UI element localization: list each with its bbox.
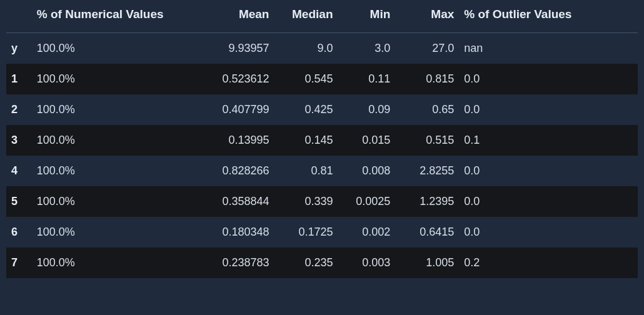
- cell-min: 0.008: [338, 156, 395, 186]
- cell-mean: 0.523612: [204, 64, 274, 94]
- header-pct-num: % of Numerical Values: [32, 0, 204, 33]
- cell-pct-num: 100.0%: [32, 125, 204, 156]
- cell-min: 0.09: [338, 94, 395, 125]
- cell-pct-outlier: 0.0: [459, 94, 638, 125]
- table-row: 2 100.0% 0.407799 0.425 0.09 0.65 0.0: [6, 94, 638, 125]
- cell-median: 0.545: [274, 64, 338, 94]
- cell-mean: 9.93957: [204, 33, 274, 64]
- cell-pct-num: 100.0%: [32, 64, 204, 94]
- cell-pct-outlier: nan: [459, 33, 638, 64]
- cell-max: 2.8255: [395, 156, 459, 186]
- header-row: % of Numerical Values Mean Median Min Ma…: [6, 0, 638, 33]
- cell-median: 0.145: [274, 125, 338, 156]
- row-header: y: [6, 33, 32, 64]
- cell-max: 0.65: [395, 94, 459, 125]
- table-row: 5 100.0% 0.358844 0.339 0.0025 1.2395 0.…: [6, 186, 638, 217]
- cell-pct-outlier: 0.2: [459, 248, 638, 278]
- cell-mean: 0.180348: [204, 217, 274, 248]
- cell-median: 0.339: [274, 186, 338, 217]
- cell-pct-num: 100.0%: [32, 217, 204, 248]
- cell-pct-outlier: 0.0: [459, 186, 638, 217]
- cell-pct-num: 100.0%: [32, 186, 204, 217]
- table-row: y 100.0% 9.93957 9.0 3.0 27.0 nan: [6, 33, 638, 64]
- row-header: 1: [6, 64, 32, 94]
- cell-max: 0.6415: [395, 217, 459, 248]
- header-pct-outlier: % of Outlier Values: [459, 0, 638, 33]
- cell-mean: 0.358844: [204, 186, 274, 217]
- cell-mean: 0.13995: [204, 125, 274, 156]
- cell-pct-outlier: 0.0: [459, 64, 638, 94]
- cell-max: 1.005: [395, 248, 459, 278]
- row-header: 7: [6, 248, 32, 278]
- table-row: 1 100.0% 0.523612 0.545 0.11 0.815 0.0: [6, 64, 638, 94]
- cell-max: 0.815: [395, 64, 459, 94]
- cell-median: 0.1725: [274, 217, 338, 248]
- table-row: 6 100.0% 0.180348 0.1725 0.002 0.6415 0.…: [6, 217, 638, 248]
- cell-min: 0.002: [338, 217, 395, 248]
- row-header: 5: [6, 186, 32, 217]
- cell-max: 0.515: [395, 125, 459, 156]
- table-row: 7 100.0% 0.238783 0.235 0.003 1.005 0.2: [6, 248, 638, 278]
- cell-min: 0.0025: [338, 186, 395, 217]
- cell-max: 1.2395: [395, 186, 459, 217]
- cell-mean: 0.407799: [204, 94, 274, 125]
- row-header: 6: [6, 217, 32, 248]
- row-header: 3: [6, 125, 32, 156]
- cell-pct-num: 100.0%: [32, 33, 204, 64]
- row-header: 4: [6, 156, 32, 186]
- cell-pct-outlier: 0.0: [459, 217, 638, 248]
- header-rowhdr: [6, 0, 32, 33]
- cell-min: 0.11: [338, 64, 395, 94]
- cell-median: 0.425: [274, 94, 338, 125]
- cell-median: 0.81: [274, 156, 338, 186]
- stats-table-container: % of Numerical Values Mean Median Min Ma…: [0, 0, 644, 315]
- header-max: Max: [395, 0, 459, 33]
- cell-pct-outlier: 0.1: [459, 125, 638, 156]
- table-row: 3 100.0% 0.13995 0.145 0.015 0.515 0.1: [6, 125, 638, 156]
- header-min: Min: [338, 0, 395, 33]
- cell-mean: 0.828266: [204, 156, 274, 186]
- cell-median: 9.0: [274, 33, 338, 64]
- cell-pct-num: 100.0%: [32, 248, 204, 278]
- header-median: Median: [274, 0, 338, 33]
- cell-min: 0.003: [338, 248, 395, 278]
- cell-pct-num: 100.0%: [32, 156, 204, 186]
- cell-max: 27.0: [395, 33, 459, 64]
- cell-min: 3.0: [338, 33, 395, 64]
- header-mean: Mean: [204, 0, 274, 33]
- cell-pct-num: 100.0%: [32, 94, 204, 125]
- cell-median: 0.235: [274, 248, 338, 278]
- table-row: 4 100.0% 0.828266 0.81 0.008 2.8255 0.0: [6, 156, 638, 186]
- stats-table: % of Numerical Values Mean Median Min Ma…: [6, 0, 638, 278]
- cell-pct-outlier: 0.0: [459, 156, 638, 186]
- cell-min: 0.015: [338, 125, 395, 156]
- row-header: 2: [6, 94, 32, 125]
- cell-mean: 0.238783: [204, 248, 274, 278]
